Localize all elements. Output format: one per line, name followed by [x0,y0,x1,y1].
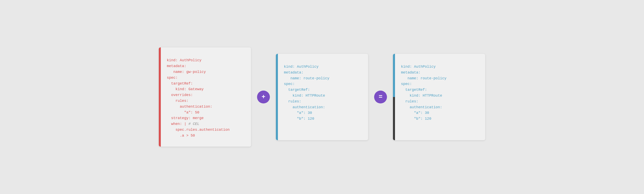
blue-border [276,54,278,140]
code-line-cont: spec.rules.authentication .a > 50 [167,128,230,138]
code-line: kind: AuthPolicy metadata: name: gw-poli… [167,58,212,126]
code-card-3: kind: AuthPolicy metadata: name: route-p… [393,54,485,140]
code-card-1: kind: AuthPolicy metadata: name: gw-poli… [159,47,251,146]
code-block-1: kind: AuthPolicy metadata: name: gw-poli… [167,57,243,138]
plus-operator: + [257,91,270,103]
dark-border-bottom [393,97,395,140]
plus-symbol: + [262,94,265,100]
equals-operator: = [374,91,387,103]
code-line-blue: kind: AuthPolicy metadata: name: route-p… [284,65,330,121]
code-block-3: kind: AuthPolicy metadata: name: route-p… [401,64,477,122]
code-content-3: kind: AuthPolicy metadata: name: route-p… [393,62,477,122]
code-content-1: kind: AuthPolicy metadata: name: gw-poli… [159,55,243,138]
code-card-2: kind: AuthPolicy metadata: name: route-p… [276,54,368,140]
code-content-2: kind: AuthPolicy metadata: name: route-p… [276,62,360,122]
code-block-2: kind: AuthPolicy metadata: name: route-p… [284,64,360,122]
red-border [159,47,161,146]
main-container: kind: AuthPolicy metadata: name: gw-poli… [162,47,482,146]
code-comment: # CEL [188,122,199,126]
blue-border-top [393,54,395,97]
equals-symbol: = [378,94,382,100]
code-line-blue-result: kind: AuthPolicy metadata: name: route-p… [401,65,446,121]
